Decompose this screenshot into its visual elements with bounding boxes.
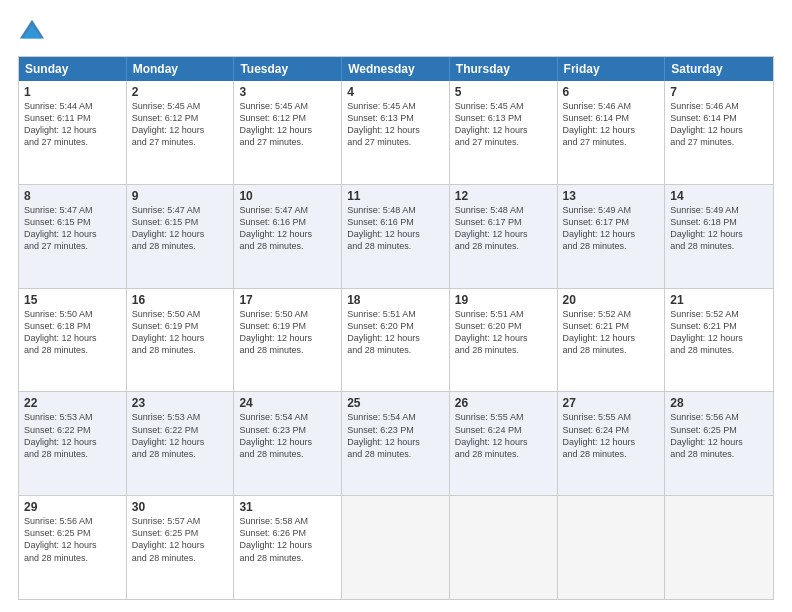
day-info: Sunrise: 5:44 AM Sunset: 6:11 PM Dayligh… — [24, 100, 121, 149]
day-number: 14 — [670, 189, 768, 203]
calendar-cell-day-31: 31Sunrise: 5:58 AM Sunset: 6:26 PM Dayli… — [234, 496, 342, 599]
calendar-cell-day-18: 18Sunrise: 5:51 AM Sunset: 6:20 PM Dayli… — [342, 289, 450, 392]
calendar-cell-day-8: 8Sunrise: 5:47 AM Sunset: 6:15 PM Daylig… — [19, 185, 127, 288]
weekday-header-sunday: Sunday — [19, 57, 127, 81]
day-info: Sunrise: 5:52 AM Sunset: 6:21 PM Dayligh… — [563, 308, 660, 357]
day-info: Sunrise: 5:51 AM Sunset: 6:20 PM Dayligh… — [455, 308, 552, 357]
calendar-row-1: 1Sunrise: 5:44 AM Sunset: 6:11 PM Daylig… — [19, 81, 773, 184]
day-info: Sunrise: 5:48 AM Sunset: 6:17 PM Dayligh… — [455, 204, 552, 253]
day-number: 26 — [455, 396, 552, 410]
day-number: 15 — [24, 293, 121, 307]
day-info: Sunrise: 5:54 AM Sunset: 6:23 PM Dayligh… — [239, 411, 336, 460]
weekday-header-saturday: Saturday — [665, 57, 773, 81]
calendar-cell-day-23: 23Sunrise: 5:53 AM Sunset: 6:22 PM Dayli… — [127, 392, 235, 495]
calendar-cell-day-13: 13Sunrise: 5:49 AM Sunset: 6:17 PM Dayli… — [558, 185, 666, 288]
day-number: 29 — [24, 500, 121, 514]
day-number: 18 — [347, 293, 444, 307]
day-info: Sunrise: 5:45 AM Sunset: 6:12 PM Dayligh… — [132, 100, 229, 149]
day-number: 21 — [670, 293, 768, 307]
day-info: Sunrise: 5:50 AM Sunset: 6:19 PM Dayligh… — [132, 308, 229, 357]
calendar-cell-day-19: 19Sunrise: 5:51 AM Sunset: 6:20 PM Dayli… — [450, 289, 558, 392]
day-number: 31 — [239, 500, 336, 514]
header — [18, 18, 774, 46]
day-number: 19 — [455, 293, 552, 307]
calendar-cell-day-4: 4Sunrise: 5:45 AM Sunset: 6:13 PM Daylig… — [342, 81, 450, 184]
day-info: Sunrise: 5:52 AM Sunset: 6:21 PM Dayligh… — [670, 308, 768, 357]
weekday-header-thursday: Thursday — [450, 57, 558, 81]
calendar-cell-day-15: 15Sunrise: 5:50 AM Sunset: 6:18 PM Dayli… — [19, 289, 127, 392]
day-number: 28 — [670, 396, 768, 410]
calendar-cell-day-14: 14Sunrise: 5:49 AM Sunset: 6:18 PM Dayli… — [665, 185, 773, 288]
day-number: 2 — [132, 85, 229, 99]
day-info: Sunrise: 5:49 AM Sunset: 6:17 PM Dayligh… — [563, 204, 660, 253]
day-number: 20 — [563, 293, 660, 307]
calendar-cell-day-7: 7Sunrise: 5:46 AM Sunset: 6:14 PM Daylig… — [665, 81, 773, 184]
day-info: Sunrise: 5:57 AM Sunset: 6:25 PM Dayligh… — [132, 515, 229, 564]
calendar-cell-day-11: 11Sunrise: 5:48 AM Sunset: 6:16 PM Dayli… — [342, 185, 450, 288]
calendar-cell-empty — [342, 496, 450, 599]
calendar-cell-day-5: 5Sunrise: 5:45 AM Sunset: 6:13 PM Daylig… — [450, 81, 558, 184]
day-info: Sunrise: 5:54 AM Sunset: 6:23 PM Dayligh… — [347, 411, 444, 460]
calendar-cell-empty — [450, 496, 558, 599]
day-info: Sunrise: 5:47 AM Sunset: 6:16 PM Dayligh… — [239, 204, 336, 253]
day-info: Sunrise: 5:58 AM Sunset: 6:26 PM Dayligh… — [239, 515, 336, 564]
calendar-cell-day-27: 27Sunrise: 5:55 AM Sunset: 6:24 PM Dayli… — [558, 392, 666, 495]
weekday-header-tuesday: Tuesday — [234, 57, 342, 81]
calendar-cell-day-29: 29Sunrise: 5:56 AM Sunset: 6:25 PM Dayli… — [19, 496, 127, 599]
day-info: Sunrise: 5:45 AM Sunset: 6:12 PM Dayligh… — [239, 100, 336, 149]
day-number: 13 — [563, 189, 660, 203]
calendar-cell-day-17: 17Sunrise: 5:50 AM Sunset: 6:19 PM Dayli… — [234, 289, 342, 392]
calendar-cell-day-30: 30Sunrise: 5:57 AM Sunset: 6:25 PM Dayli… — [127, 496, 235, 599]
day-info: Sunrise: 5:49 AM Sunset: 6:18 PM Dayligh… — [670, 204, 768, 253]
logo — [18, 18, 50, 46]
calendar-cell-day-26: 26Sunrise: 5:55 AM Sunset: 6:24 PM Dayli… — [450, 392, 558, 495]
calendar-cell-day-9: 9Sunrise: 5:47 AM Sunset: 6:15 PM Daylig… — [127, 185, 235, 288]
calendar-row-2: 8Sunrise: 5:47 AM Sunset: 6:15 PM Daylig… — [19, 184, 773, 288]
calendar-row-5: 29Sunrise: 5:56 AM Sunset: 6:25 PM Dayli… — [19, 495, 773, 599]
day-number: 6 — [563, 85, 660, 99]
day-info: Sunrise: 5:48 AM Sunset: 6:16 PM Dayligh… — [347, 204, 444, 253]
day-info: Sunrise: 5:50 AM Sunset: 6:19 PM Dayligh… — [239, 308, 336, 357]
day-info: Sunrise: 5:56 AM Sunset: 6:25 PM Dayligh… — [670, 411, 768, 460]
day-info: Sunrise: 5:53 AM Sunset: 6:22 PM Dayligh… — [24, 411, 121, 460]
day-info: Sunrise: 5:55 AM Sunset: 6:24 PM Dayligh… — [563, 411, 660, 460]
day-number: 11 — [347, 189, 444, 203]
day-info: Sunrise: 5:53 AM Sunset: 6:22 PM Dayligh… — [132, 411, 229, 460]
calendar-cell-day-2: 2Sunrise: 5:45 AM Sunset: 6:12 PM Daylig… — [127, 81, 235, 184]
logo-icon — [18, 18, 46, 46]
weekday-header-friday: Friday — [558, 57, 666, 81]
calendar-cell-empty — [558, 496, 666, 599]
day-number: 25 — [347, 396, 444, 410]
weekday-header-wednesday: Wednesday — [342, 57, 450, 81]
calendar-cell-day-21: 21Sunrise: 5:52 AM Sunset: 6:21 PM Dayli… — [665, 289, 773, 392]
calendar-cell-day-24: 24Sunrise: 5:54 AM Sunset: 6:23 PM Dayli… — [234, 392, 342, 495]
calendar-cell-day-20: 20Sunrise: 5:52 AM Sunset: 6:21 PM Dayli… — [558, 289, 666, 392]
day-number: 16 — [132, 293, 229, 307]
weekday-header-monday: Monday — [127, 57, 235, 81]
calendar: SundayMondayTuesdayWednesdayThursdayFrid… — [18, 56, 774, 600]
day-number: 22 — [24, 396, 121, 410]
calendar-cell-day-3: 3Sunrise: 5:45 AM Sunset: 6:12 PM Daylig… — [234, 81, 342, 184]
day-number: 4 — [347, 85, 444, 99]
day-info: Sunrise: 5:46 AM Sunset: 6:14 PM Dayligh… — [563, 100, 660, 149]
calendar-cell-day-28: 28Sunrise: 5:56 AM Sunset: 6:25 PM Dayli… — [665, 392, 773, 495]
day-number: 10 — [239, 189, 336, 203]
calendar-cell-day-12: 12Sunrise: 5:48 AM Sunset: 6:17 PM Dayli… — [450, 185, 558, 288]
day-info: Sunrise: 5:45 AM Sunset: 6:13 PM Dayligh… — [347, 100, 444, 149]
day-number: 7 — [670, 85, 768, 99]
day-number: 9 — [132, 189, 229, 203]
day-info: Sunrise: 5:45 AM Sunset: 6:13 PM Dayligh… — [455, 100, 552, 149]
calendar-cell-day-22: 22Sunrise: 5:53 AM Sunset: 6:22 PM Dayli… — [19, 392, 127, 495]
day-number: 24 — [239, 396, 336, 410]
calendar-cell-day-6: 6Sunrise: 5:46 AM Sunset: 6:14 PM Daylig… — [558, 81, 666, 184]
calendar-cell-day-10: 10Sunrise: 5:47 AM Sunset: 6:16 PM Dayli… — [234, 185, 342, 288]
day-number: 12 — [455, 189, 552, 203]
day-number: 17 — [239, 293, 336, 307]
calendar-cell-empty — [665, 496, 773, 599]
page: SundayMondayTuesdayWednesdayThursdayFrid… — [0, 0, 792, 612]
day-number: 3 — [239, 85, 336, 99]
day-info: Sunrise: 5:47 AM Sunset: 6:15 PM Dayligh… — [24, 204, 121, 253]
day-info: Sunrise: 5:56 AM Sunset: 6:25 PM Dayligh… — [24, 515, 121, 564]
calendar-row-3: 15Sunrise: 5:50 AM Sunset: 6:18 PM Dayli… — [19, 288, 773, 392]
day-number: 30 — [132, 500, 229, 514]
